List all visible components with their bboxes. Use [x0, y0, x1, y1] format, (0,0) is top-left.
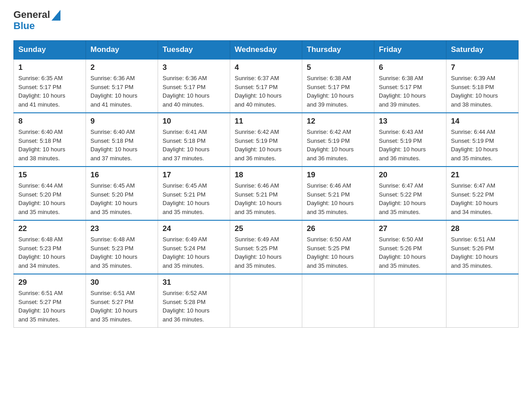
- day-info: Sunrise: 6:45 AM Sunset: 5:20 PM Dayligh…: [90, 181, 153, 216]
- calendar-week-2: 8 Sunrise: 6:40 AM Sunset: 5:18 PM Dayli…: [14, 113, 519, 167]
- calendar-header: SundayMondayTuesdayWednesdayThursdayFrid…: [14, 41, 519, 60]
- day-number: 1: [18, 63, 81, 72]
- day-info: Sunrise: 6:50 AM Sunset: 5:26 PM Dayligh…: [379, 235, 442, 270]
- day-info: Sunrise: 6:42 AM Sunset: 5:19 PM Dayligh…: [235, 128, 297, 163]
- day-info: Sunrise: 6:48 AM Sunset: 5:23 PM Dayligh…: [18, 235, 81, 270]
- logo-text-general: General: [13, 9, 50, 20]
- day-number: 25: [235, 224, 297, 233]
- day-info: Sunrise: 6:44 AM Sunset: 5:19 PM Dayligh…: [451, 128, 514, 163]
- day-number: 14: [451, 117, 514, 126]
- day-number: 9: [90, 117, 153, 126]
- header-day-monday: Monday: [86, 41, 158, 60]
- day-number: 16: [90, 171, 153, 180]
- calendar-table: SundayMondayTuesdayWednesdayThursdayFrid…: [13, 40, 519, 328]
- calendar-cell: 23 Sunrise: 6:48 AM Sunset: 5:23 PM Dayl…: [86, 220, 158, 274]
- calendar-cell: 13 Sunrise: 6:43 AM Sunset: 5:19 PM Dayl…: [374, 113, 446, 167]
- calendar-cell: 16 Sunrise: 6:45 AM Sunset: 5:20 PM Dayl…: [86, 167, 158, 220]
- day-info: Sunrise: 6:49 AM Sunset: 5:25 PM Dayligh…: [235, 235, 297, 270]
- calendar-cell: 15 Sunrise: 6:44 AM Sunset: 5:20 PM Dayl…: [14, 167, 86, 220]
- calendar-cell: 28 Sunrise: 6:51 AM Sunset: 5:26 PM Dayl…: [446, 220, 519, 274]
- header-day-saturday: Saturday: [446, 41, 519, 60]
- day-number: 10: [163, 117, 225, 126]
- day-number: 27: [379, 224, 442, 233]
- day-info: Sunrise: 6:39 AM Sunset: 5:18 PM Dayligh…: [451, 74, 514, 109]
- day-info: Sunrise: 6:41 AM Sunset: 5:18 PM Dayligh…: [163, 128, 225, 163]
- svg-marker-0: [51, 10, 60, 21]
- day-number: 3: [163, 63, 225, 72]
- calendar-cell: 6 Sunrise: 6:38 AM Sunset: 5:17 PM Dayli…: [374, 59, 446, 113]
- day-number: 18: [235, 171, 297, 180]
- calendar-week-4: 22 Sunrise: 6:48 AM Sunset: 5:23 PM Dayl…: [14, 220, 519, 274]
- logo-triangle-icon: [51, 10, 60, 21]
- day-info: Sunrise: 6:51 AM Sunset: 5:26 PM Dayligh…: [451, 235, 514, 270]
- calendar-cell: 12 Sunrise: 6:42 AM Sunset: 5:19 PM Dayl…: [302, 113, 374, 167]
- day-info: Sunrise: 6:48 AM Sunset: 5:23 PM Dayligh…: [90, 235, 153, 270]
- header-day-wednesday: Wednesday: [230, 41, 302, 60]
- calendar-cell: 24 Sunrise: 6:49 AM Sunset: 5:24 PM Dayl…: [158, 220, 230, 274]
- calendar-cell: 1 Sunrise: 6:35 AM Sunset: 5:17 PM Dayli…: [14, 59, 86, 113]
- header-day-sunday: Sunday: [14, 41, 86, 60]
- day-number: 5: [307, 63, 369, 72]
- calendar-cell: [374, 274, 446, 328]
- calendar-cell: 27 Sunrise: 6:50 AM Sunset: 5:26 PM Dayl…: [374, 220, 446, 274]
- calendar-cell: 10 Sunrise: 6:41 AM Sunset: 5:18 PM Dayl…: [158, 113, 230, 167]
- logo-text-blue: Blue: [13, 21, 60, 31]
- day-number: 23: [90, 224, 153, 233]
- header-row: SundayMondayTuesdayWednesdayThursdayFrid…: [14, 41, 519, 60]
- day-info: Sunrise: 6:35 AM Sunset: 5:17 PM Dayligh…: [18, 74, 81, 109]
- calendar-cell: 18 Sunrise: 6:46 AM Sunset: 5:21 PM Dayl…: [230, 167, 302, 220]
- calendar-cell: 20 Sunrise: 6:47 AM Sunset: 5:22 PM Dayl…: [374, 167, 446, 220]
- logo: General Blue: [13, 9, 60, 31]
- calendar-cell: 3 Sunrise: 6:36 AM Sunset: 5:17 PM Dayli…: [158, 59, 230, 113]
- day-info: Sunrise: 6:42 AM Sunset: 5:19 PM Dayligh…: [307, 128, 369, 163]
- calendar-cell: 7 Sunrise: 6:39 AM Sunset: 5:18 PM Dayli…: [446, 59, 519, 113]
- day-number: 11: [235, 117, 297, 126]
- day-number: 19: [307, 171, 369, 180]
- page-header: General Blue: [13, 9, 519, 31]
- day-number: 22: [18, 224, 81, 233]
- day-info: Sunrise: 6:44 AM Sunset: 5:20 PM Dayligh…: [18, 181, 81, 216]
- day-number: 31: [163, 278, 225, 287]
- day-info: Sunrise: 6:49 AM Sunset: 5:24 PM Dayligh…: [163, 235, 225, 270]
- day-number: 15: [18, 171, 81, 180]
- day-info: Sunrise: 6:40 AM Sunset: 5:18 PM Dayligh…: [90, 128, 153, 163]
- day-info: Sunrise: 6:43 AM Sunset: 5:19 PM Dayligh…: [379, 128, 442, 163]
- calendar-cell: 21 Sunrise: 6:47 AM Sunset: 5:22 PM Dayl…: [446, 167, 519, 220]
- calendar-week-3: 15 Sunrise: 6:44 AM Sunset: 5:20 PM Dayl…: [14, 167, 519, 220]
- calendar-cell: 19 Sunrise: 6:46 AM Sunset: 5:21 PM Dayl…: [302, 167, 374, 220]
- calendar-cell: 30 Sunrise: 6:51 AM Sunset: 5:27 PM Dayl…: [86, 274, 158, 328]
- day-number: 13: [379, 117, 442, 126]
- calendar-cell: 14 Sunrise: 6:44 AM Sunset: 5:19 PM Dayl…: [446, 113, 519, 167]
- day-info: Sunrise: 6:38 AM Sunset: 5:17 PM Dayligh…: [307, 74, 369, 109]
- header-day-thursday: Thursday: [302, 41, 374, 60]
- day-info: Sunrise: 6:36 AM Sunset: 5:17 PM Dayligh…: [163, 74, 225, 109]
- calendar-week-1: 1 Sunrise: 6:35 AM Sunset: 5:17 PM Dayli…: [14, 59, 519, 113]
- day-info: Sunrise: 6:51 AM Sunset: 5:27 PM Dayligh…: [90, 289, 153, 324]
- calendar-cell: 26 Sunrise: 6:50 AM Sunset: 5:25 PM Dayl…: [302, 220, 374, 274]
- calendar-cell: 22 Sunrise: 6:48 AM Sunset: 5:23 PM Dayl…: [14, 220, 86, 274]
- calendar-cell: 9 Sunrise: 6:40 AM Sunset: 5:18 PM Dayli…: [86, 113, 158, 167]
- day-info: Sunrise: 6:38 AM Sunset: 5:17 PM Dayligh…: [379, 74, 442, 109]
- day-number: 26: [307, 224, 369, 233]
- calendar-cell: 29 Sunrise: 6:51 AM Sunset: 5:27 PM Dayl…: [14, 274, 86, 328]
- calendar-cell: [230, 274, 302, 328]
- day-number: 12: [307, 117, 369, 126]
- day-number: 6: [379, 63, 442, 72]
- day-info: Sunrise: 6:36 AM Sunset: 5:17 PM Dayligh…: [90, 74, 153, 109]
- calendar-cell: 11 Sunrise: 6:42 AM Sunset: 5:19 PM Dayl…: [230, 113, 302, 167]
- calendar-body: 1 Sunrise: 6:35 AM Sunset: 5:17 PM Dayli…: [14, 59, 519, 328]
- calendar-cell: 17 Sunrise: 6:45 AM Sunset: 5:21 PM Dayl…: [158, 167, 230, 220]
- day-number: 24: [163, 224, 225, 233]
- day-number: 20: [379, 171, 442, 180]
- day-info: Sunrise: 6:47 AM Sunset: 5:22 PM Dayligh…: [451, 181, 514, 216]
- day-info: Sunrise: 6:52 AM Sunset: 5:28 PM Dayligh…: [163, 289, 225, 324]
- calendar-cell: 8 Sunrise: 6:40 AM Sunset: 5:18 PM Dayli…: [14, 113, 86, 167]
- calendar-cell: 4 Sunrise: 6:37 AM Sunset: 5:17 PM Dayli…: [230, 59, 302, 113]
- calendar-cell: 31 Sunrise: 6:52 AM Sunset: 5:28 PM Dayl…: [158, 274, 230, 328]
- day-info: Sunrise: 6:37 AM Sunset: 5:17 PM Dayligh…: [235, 74, 297, 109]
- day-info: Sunrise: 6:45 AM Sunset: 5:21 PM Dayligh…: [163, 181, 225, 216]
- day-info: Sunrise: 6:51 AM Sunset: 5:27 PM Dayligh…: [18, 289, 81, 324]
- day-info: Sunrise: 6:47 AM Sunset: 5:22 PM Dayligh…: [379, 181, 442, 216]
- header-day-tuesday: Tuesday: [158, 41, 230, 60]
- calendar-cell: 5 Sunrise: 6:38 AM Sunset: 5:17 PM Dayli…: [302, 59, 374, 113]
